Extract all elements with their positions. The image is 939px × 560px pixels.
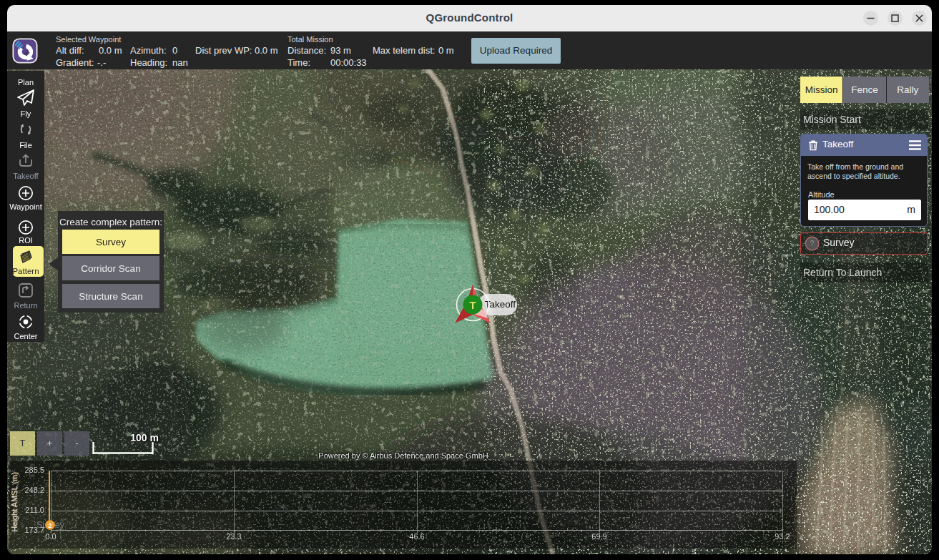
svg-text:2: 2 [48, 521, 51, 529]
svg-text:?: ? [810, 240, 815, 247]
svg-text:T: T [469, 299, 476, 311]
